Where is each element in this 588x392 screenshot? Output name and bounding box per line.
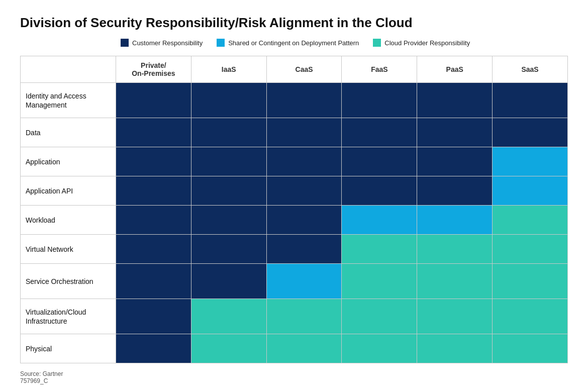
cell-r4-c3 — [342, 206, 417, 235]
cell-r6-c2 — [266, 264, 342, 299]
cell-r4-c1 — [191, 206, 266, 235]
cell-r7-c3 — [342, 299, 417, 334]
col-header-paas: PaaS — [417, 56, 493, 83]
cell-r4-c4 — [417, 206, 493, 235]
cell-r5-c2 — [266, 235, 342, 264]
row-label-3: Application API — [21, 176, 116, 206]
cell-r8-c5 — [493, 334, 568, 363]
cell-r3-c0 — [116, 176, 191, 206]
legend-label-provider: Cloud Provider Responsibility — [384, 39, 470, 47]
legend-item-customer: Customer Responsibility — [121, 39, 203, 47]
cell-r1-c1 — [191, 118, 266, 147]
cell-r3-c4 — [417, 176, 493, 206]
cell-r8-c2 — [266, 334, 342, 363]
cell-r7-c2 — [266, 299, 342, 334]
cell-r2-c5 — [493, 147, 568, 176]
cell-r2-c0 — [116, 147, 191, 176]
row-label-7: Virtualization/Cloud Infrastructure — [21, 299, 116, 334]
cell-r5-c1 — [191, 235, 266, 264]
row-label-8: Physical — [21, 334, 116, 363]
cell-r4-c0 — [116, 206, 191, 235]
cell-r6-c0 — [116, 264, 191, 299]
cell-r1-c0 — [116, 118, 191, 147]
cell-r3-c2 — [266, 176, 342, 206]
cell-r0-c5 — [493, 83, 568, 118]
row-label-2: Application — [21, 147, 116, 176]
row-label-0: Identity and Access Management — [21, 83, 116, 118]
source-num: 757969_C — [20, 377, 568, 384]
cell-r0-c2 — [266, 83, 342, 118]
cell-r8-c0 — [116, 334, 191, 363]
legend: Customer ResponsibilityShared or Conting… — [121, 39, 568, 47]
responsibility-table: Private/On-PremisesIaaSCaaSFaaSPaaSSaaSI… — [20, 56, 568, 363]
col-header-saas: SaaS — [493, 56, 568, 83]
legend-color-provider — [373, 39, 381, 47]
legend-label-customer: Customer Responsibility — [132, 39, 203, 47]
row-label-4: Workload — [21, 206, 116, 235]
cell-r7-c5 — [493, 299, 568, 334]
cell-r4-c2 — [266, 206, 342, 235]
cell-r5-c5 — [493, 235, 568, 264]
legend-item-shared: Shared or Contingent on Deployment Patte… — [217, 39, 359, 47]
cell-r2-c4 — [417, 147, 493, 176]
legend-item-provider: Cloud Provider Responsibility — [373, 39, 470, 47]
cell-r0-c3 — [342, 83, 417, 118]
cell-r8-c3 — [342, 334, 417, 363]
cell-r0-c0 — [116, 83, 191, 118]
row-label-6: Service Orchestration — [21, 264, 116, 299]
cell-r7-c0 — [116, 299, 191, 334]
col-header-private: Private/On-Premises — [116, 56, 191, 83]
cell-r3-c3 — [342, 176, 417, 206]
cell-r6-c5 — [493, 264, 568, 299]
cell-r4-c5 — [493, 206, 568, 235]
cell-r7-c1 — [191, 299, 266, 334]
legend-color-shared — [217, 39, 225, 47]
row-label-5: Virtual Network — [21, 235, 116, 264]
cell-r1-c2 — [266, 118, 342, 147]
col-header-caas: CaaS — [266, 56, 342, 83]
row-label-1: Data — [21, 118, 116, 147]
col-header-iaas: IaaS — [191, 56, 266, 83]
cell-r5-c4 — [417, 235, 493, 264]
cell-r2-c1 — [191, 147, 266, 176]
cell-r3-c1 — [191, 176, 266, 206]
source-label: Source: Gartner — [20, 370, 568, 377]
cell-r8-c4 — [417, 334, 493, 363]
cell-r6-c4 — [417, 264, 493, 299]
corner-header — [21, 56, 116, 83]
cell-r6-c1 — [191, 264, 266, 299]
legend-label-shared: Shared or Contingent on Deployment Patte… — [228, 39, 359, 47]
cell-r5-c0 — [116, 235, 191, 264]
cell-r2-c3 — [342, 147, 417, 176]
legend-color-customer — [121, 39, 129, 47]
cell-r1-c5 — [493, 118, 568, 147]
page-title: Division of Security Responsibility/Risk… — [20, 15, 568, 31]
cell-r2-c2 — [266, 147, 342, 176]
col-header-faas: FaaS — [342, 56, 417, 83]
cell-r3-c5 — [493, 176, 568, 206]
cell-r6-c3 — [342, 264, 417, 299]
cell-r8-c1 — [191, 334, 266, 363]
cell-r0-c1 — [191, 83, 266, 118]
cell-r1-c3 — [342, 118, 417, 147]
cell-r7-c4 — [417, 299, 493, 334]
cell-r5-c3 — [342, 235, 417, 264]
cell-r1-c4 — [417, 118, 493, 147]
cell-r0-c4 — [417, 83, 493, 118]
